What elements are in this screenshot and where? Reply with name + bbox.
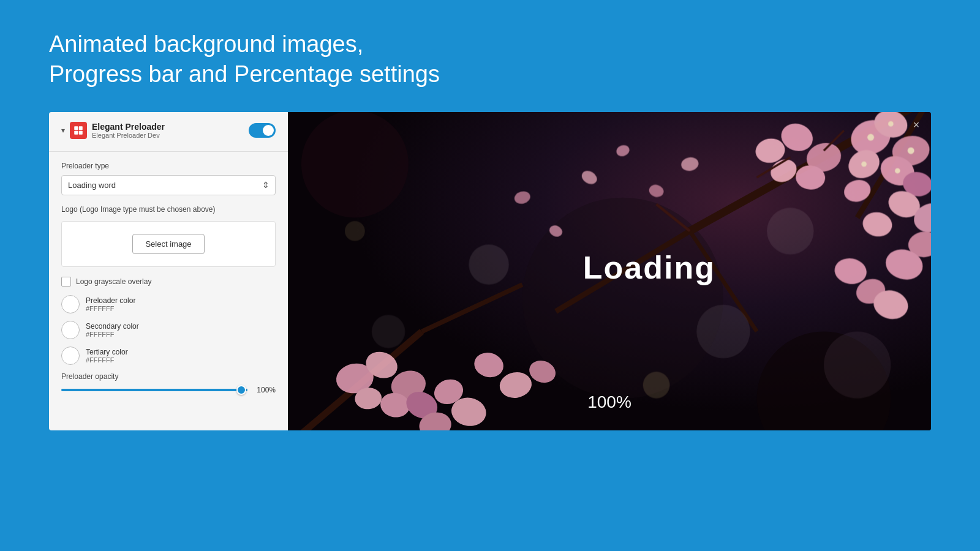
svg-point-57 [469, 244, 509, 285]
logo-grayscale-label: Logo grayscale overlay [76, 277, 151, 286]
preloader-color-row: Preloader color #FFFFFF [61, 295, 276, 313]
svg-point-23 [888, 121, 894, 127]
svg-point-22 [867, 134, 874, 141]
close-button[interactable]: × [909, 118, 924, 133]
logo-label: Logo (Logo Image type must be chosen abo… [61, 205, 276, 214]
panel-title-group: Elegant Preloader Elegant Preloader Dev [92, 122, 165, 139]
opacity-value: 100% [254, 386, 276, 394]
svg-point-61 [824, 331, 891, 398]
secondary-color-hex: #FFFFFF [86, 331, 139, 338]
secondary-color-row: Secondary color #FFFFFF [61, 321, 276, 339]
opacity-label: Preloader opacity [61, 372, 276, 381]
secondary-color-name: Secondary color [86, 322, 139, 331]
svg-point-60 [767, 208, 814, 255]
loading-text: Loading [583, 249, 715, 286]
image-select-area: Select image [61, 221, 276, 267]
preview-background: × [288, 112, 931, 430]
opacity-slider-track[interactable] [61, 389, 247, 391]
preloader-type-select[interactable]: Loading word [61, 175, 276, 195]
panel-divider [49, 151, 288, 152]
svg-rect-3 [79, 131, 83, 135]
panel-header: ▾ Elegant Preloader Elegant Preloader De… [61, 122, 276, 139]
svg-point-58 [696, 304, 750, 358]
svg-rect-1 [79, 126, 83, 130]
secondary-color-swatch[interactable] [61, 321, 80, 339]
plugin-icon-svg [73, 125, 84, 136]
percentage-display: 100% [587, 392, 631, 412]
secondary-color-info: Secondary color #FFFFFF [86, 322, 139, 338]
loading-word: Loading [583, 250, 715, 285]
tertiary-color-hex: #FFFFFF [86, 356, 128, 364]
logo-grayscale-checkbox[interactable] [61, 277, 71, 287]
svg-point-24 [908, 147, 914, 154]
select-image-button[interactable]: Select image [132, 234, 204, 254]
preview-panel: × [288, 112, 931, 430]
svg-point-25 [895, 168, 900, 173]
preloader-type-label: Preloader type [61, 162, 276, 170]
preloader-type-select-wrapper: Loading word ⇕ [61, 175, 276, 195]
svg-rect-0 [74, 126, 78, 130]
preloader-color-hex: #FFFFFF [86, 305, 135, 312]
settings-panel: ▾ Elegant Preloader Elegant Preloader De… [49, 112, 288, 430]
svg-point-5 [301, 112, 409, 218]
collapse-arrow-icon[interactable]: ▾ [61, 126, 65, 135]
preloader-color-swatch[interactable] [61, 295, 80, 313]
svg-rect-2 [74, 131, 78, 135]
preloader-color-info: Preloader color #FFFFFF [86, 296, 135, 312]
panel-subtitle: Elegant Preloader Dev [92, 132, 165, 139]
opacity-slider-thumb[interactable] [236, 385, 246, 395]
preloader-color-name: Preloader color [86, 296, 135, 305]
close-icon: × [913, 119, 920, 132]
header: Animated background images, Progress bar… [0, 0, 980, 112]
plugin-toggle[interactable] [249, 123, 276, 138]
svg-point-63 [345, 221, 365, 241]
svg-point-62 [643, 372, 670, 399]
logo-grayscale-row: Logo grayscale overlay [61, 277, 276, 287]
tertiary-color-info: Tertiary color #FFFFFF [86, 348, 128, 364]
main-content: ▾ Elegant Preloader Elegant Preloader De… [0, 112, 980, 430]
opacity-slider-row: 100% [61, 386, 276, 394]
svg-point-59 [372, 315, 405, 348]
tertiary-color-row: Tertiary color #FFFFFF [61, 347, 276, 365]
panel-title: Elegant Preloader [92, 122, 165, 132]
panel-header-left: ▾ Elegant Preloader Elegant Preloader De… [61, 122, 165, 139]
svg-point-26 [861, 161, 867, 167]
plugin-icon [70, 122, 87, 139]
tertiary-color-name: Tertiary color [86, 348, 128, 356]
tertiary-color-swatch[interactable] [61, 347, 80, 365]
page-title: Animated background images, Progress bar… [49, 29, 931, 90]
